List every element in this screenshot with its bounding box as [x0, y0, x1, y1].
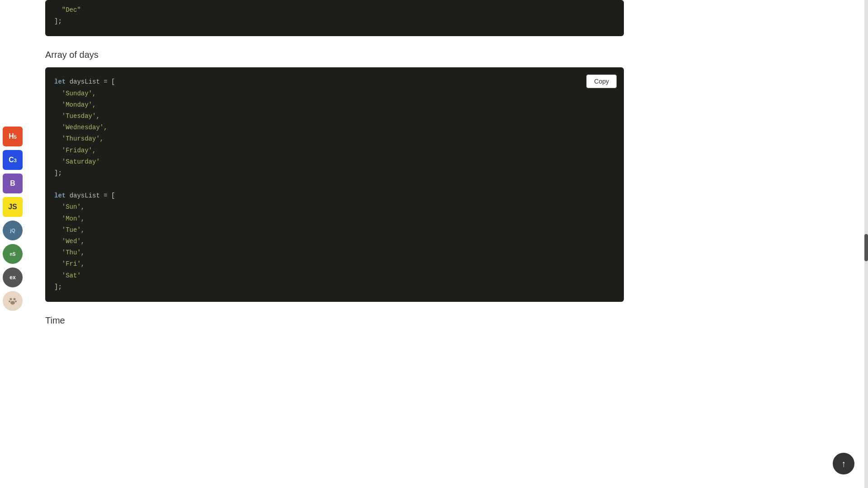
svg-point-2 — [9, 300, 10, 302]
express-label: ex — [9, 274, 15, 281]
svg-point-1 — [14, 298, 16, 300]
jquery-label: jQ — [10, 228, 15, 233]
day-fri: 'Fri', — [54, 260, 85, 267]
sidebar: H5 C3 B JS jQ nS ex — [0, 0, 25, 488]
day-sun: 'Sun', — [54, 203, 85, 211]
html5-label: H5 — [9, 132, 17, 141]
bootstrap-label: B — [10, 179, 15, 188]
day-thu: 'Thu', — [54, 249, 85, 256]
code-dec-line: "Dec" — [54, 6, 81, 14]
code-block-top: "Dec" ]; — [45, 0, 624, 36]
day-saturday: 'Saturday' — [54, 158, 100, 165]
main-content: "Dec" ]; Array of days Copy let daysList… — [36, 0, 633, 326]
day-friday: 'Friday', — [54, 147, 96, 154]
var-dayslist-1: daysList — [70, 78, 100, 85]
code-closing-bracket-top: ]; — [54, 18, 62, 25]
nodejs-label: nS — [10, 252, 16, 257]
day-wednesday: 'Wednesday', — [54, 124, 108, 131]
scrollbar[interactable] — [864, 0, 868, 488]
day-sunday: 'Sunday', — [54, 90, 96, 97]
days-code-pre: let daysList = [ 'Sunday', 'Monday', 'Tu… — [54, 76, 615, 293]
paw-icon — [7, 296, 18, 306]
svg-point-4 — [10, 301, 15, 305]
svg-point-0 — [10, 298, 12, 300]
back-to-top-icon: ↑ — [841, 459, 846, 469]
closing-bracket-1: ]; — [54, 169, 62, 177]
code-block-days: Copy let daysList = [ 'Sunday', 'Monday'… — [45, 67, 624, 302]
back-to-top-button[interactable]: ↑ — [833, 453, 854, 474]
code-top-pre: "Dec" ]; — [54, 5, 615, 27]
css3-label: C3 — [9, 156, 17, 164]
day-sat: 'Sat' — [54, 272, 81, 279]
sidebar-icon-other[interactable] — [3, 291, 23, 311]
op-assign-1: = [ — [104, 78, 115, 85]
day-tuesday: 'Tuesday', — [54, 113, 100, 120]
svg-point-3 — [15, 300, 17, 302]
sidebar-icon-jquery[interactable]: jQ — [3, 221, 23, 240]
sidebar-icon-bootstrap[interactable]: B — [3, 174, 23, 193]
sidebar-icon-css3[interactable]: C3 — [3, 150, 23, 170]
let-keyword-1: let — [54, 78, 66, 85]
copy-button[interactable]: Copy — [586, 75, 617, 88]
sidebar-icon-html5[interactable]: H5 — [3, 127, 23, 146]
sidebar-icon-express[interactable]: ex — [3, 267, 23, 287]
day-wed: 'Wed', — [54, 238, 85, 245]
array-of-days-title: Array of days — [45, 50, 624, 60]
day-tue: 'Tue', — [54, 226, 85, 234]
time-section-title: Time — [45, 315, 624, 326]
day-mon: 'Mon', — [54, 215, 85, 222]
scroll-thumb[interactable] — [864, 234, 868, 261]
let-keyword-2: let — [54, 192, 66, 199]
day-thursday: 'Thursday', — [54, 135, 104, 142]
sidebar-icon-js[interactable]: JS — [3, 197, 23, 217]
var-dayslist-2: daysList — [70, 192, 100, 199]
js-label: JS — [8, 203, 17, 211]
day-monday: 'Monday', — [54, 101, 96, 108]
sidebar-icon-nodejs[interactable]: nS — [3, 244, 23, 264]
closing-bracket-2: ]; — [54, 283, 62, 291]
op-assign-2: = [ — [104, 192, 115, 199]
